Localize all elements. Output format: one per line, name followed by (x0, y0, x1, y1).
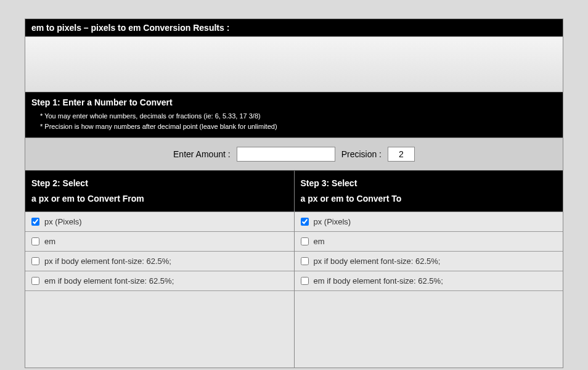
to-checkbox-em[interactable] (301, 237, 309, 245)
from-label-em: em (44, 237, 55, 246)
to-option-em[interactable]: em (295, 231, 563, 251)
to-label-px: px (Pixels) (314, 217, 351, 226)
from-option-px[interactable]: px (Pixels) (25, 212, 294, 231)
to-label-px625: px if body element font-size: 62.5%; (314, 257, 441, 266)
results-title: em to pixels – pixels to em Conversion R… (31, 23, 229, 33)
amount-input[interactable] (237, 147, 335, 162)
results-area (25, 36, 563, 92)
to-option-em625[interactable]: em if body element font-size: 62.5%; (295, 271, 563, 290)
step1-header: Step 1: Enter a Number to Convert * You … (25, 92, 563, 138)
from-label-px: px (Pixels) (44, 217, 82, 226)
step2-heading-line2: a px or em to Convert From (31, 191, 288, 207)
convert-to-column: Step 3: Select a px or em to Convert To … (295, 171, 563, 368)
from-checkbox-px625[interactable] (31, 257, 39, 265)
input-row: Enter Amount : Precision : (25, 138, 563, 170)
step3-heading-line2: a px or em to Convert To (301, 191, 557, 207)
to-blank-area (295, 290, 563, 368)
to-label-em: em (314, 237, 325, 246)
results-header: em to pixels – pixels to em Conversion R… (25, 19, 563, 36)
from-checkbox-em625[interactable] (31, 277, 39, 285)
amount-label: Enter Amount : (173, 149, 231, 159)
convert-from-column: Step 2: Select a px or em to Convert Fro… (25, 171, 295, 368)
from-option-px625[interactable]: px if body element font-size: 62.5%; (25, 251, 294, 271)
to-checkbox-px625[interactable] (301, 257, 309, 265)
step1-heading: Step 1: Enter a Number to Convert (31, 97, 557, 107)
from-label-px625: px if body element font-size: 62.5%; (44, 257, 171, 266)
converter-panel: em to pixels – pixels to em Conversion R… (25, 18, 563, 368)
precision-input[interactable] (388, 147, 415, 162)
from-label-em625: em if body element font-size: 62.5%; (44, 276, 174, 286)
from-option-em625[interactable]: em if body element font-size: 62.5%; (25, 271, 294, 290)
step3-heading-line1: Step 3: Select (301, 176, 557, 191)
to-checkbox-px[interactable] (301, 218, 309, 226)
from-checkbox-px[interactable] (31, 218, 39, 226)
from-blank-area (25, 290, 294, 368)
select-columns: Step 2: Select a px or em to Convert Fro… (25, 170, 563, 368)
step2-heading-line1: Step 2: Select (31, 176, 288, 191)
step1-note-1: * You may enter whole numbers, decimals … (40, 111, 557, 121)
step2-header: Step 2: Select a px or em to Convert Fro… (25, 171, 294, 212)
to-label-em625: em if body element font-size: 62.5%; (314, 276, 443, 286)
to-option-px[interactable]: px (Pixels) (295, 212, 563, 231)
step1-note-2: * Precision is how many numbers after de… (40, 121, 557, 132)
step3-header: Step 3: Select a px or em to Convert To (295, 171, 563, 212)
from-checkbox-em[interactable] (31, 237, 39, 245)
from-option-em[interactable]: em (25, 231, 294, 251)
precision-label: Precision : (341, 149, 382, 159)
to-checkbox-em625[interactable] (301, 277, 309, 285)
to-option-px625[interactable]: px if body element font-size: 62.5%; (295, 251, 563, 271)
